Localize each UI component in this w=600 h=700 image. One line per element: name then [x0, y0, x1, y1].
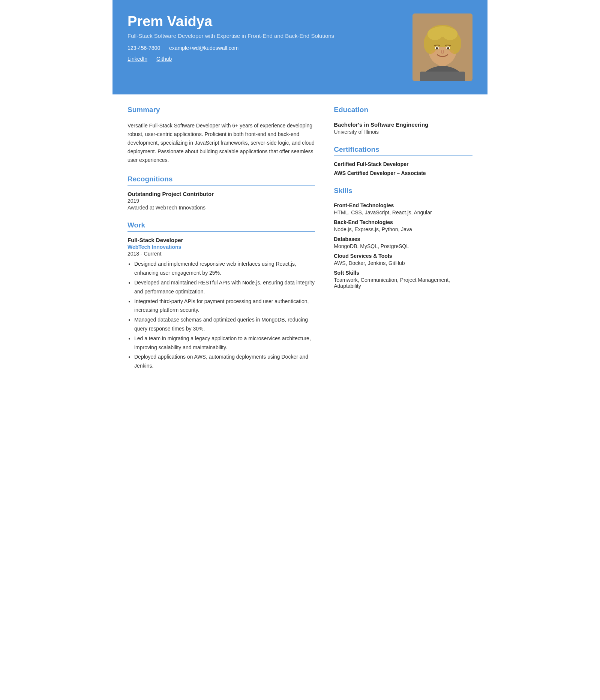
- skill-category-item: Front-End Technologies HTML, CSS, JavaSc…: [334, 202, 472, 215]
- right-column: Education Bachelor's in Software Enginee…: [334, 106, 472, 381]
- work-bullets-list: Designed and implemented responsive web …: [128, 260, 315, 371]
- skill-category-item: Soft Skills Teamwork, Communication, Pro…: [334, 270, 472, 289]
- certifications-section: Certifications Certified Full-Stack Deve…: [334, 145, 472, 176]
- skills-section: Skills Front-End Technologies HTML, CSS,…: [334, 187, 472, 289]
- certifications-list: Certified Full-Stack DeveloperAWS Certif…: [334, 161, 472, 176]
- svg-point-13: [447, 47, 449, 49]
- skill-category-name: Soft Skills: [334, 270, 472, 276]
- svg-point-9: [431, 26, 454, 37]
- recognition-title: Outstanding Project Contributor: [128, 191, 315, 197]
- certifications-title: Certifications: [334, 145, 472, 156]
- skill-category-items: MongoDB, MySQL, PostgreSQL: [334, 243, 472, 249]
- body: Summary Versatile Full-Stack Software De…: [112, 94, 488, 392]
- svg-point-12: [436, 47, 438, 49]
- left-column: Summary Versatile Full-Stack Software De…: [128, 106, 315, 381]
- work-bullet: Managed database schemas and optimized q…: [134, 316, 315, 334]
- work-dates: 2018 - Current: [128, 251, 315, 257]
- certification-item: AWS Certified Developer – Associate: [334, 170, 472, 176]
- header-links: LinkedIn Github: [128, 55, 401, 62]
- work-company: WebTech Innovations: [128, 244, 315, 250]
- skill-category-items: AWS, Docker, Jenkins, GitHub: [334, 260, 472, 266]
- profile-photo: [412, 13, 472, 81]
- education-item: Bachelor's in Software Engineering Unive…: [334, 121, 472, 135]
- skill-category-items: Node.js, Express.js, Python, Java: [334, 226, 472, 232]
- github-link[interactable]: Github: [156, 56, 172, 62]
- education-title: Education: [334, 106, 472, 116]
- work-item: Full-Stack Developer WebTech Innovations…: [128, 237, 315, 371]
- recognition-year: 2019: [128, 198, 315, 204]
- skill-category-item: Cloud Services & Tools AWS, Docker, Jenk…: [334, 253, 472, 266]
- header-left: Prem Vaidya Full-Stack Software Develope…: [128, 13, 401, 62]
- certification-item: Certified Full-Stack Developer: [334, 161, 472, 167]
- header-phone: 123-456-7800: [128, 45, 160, 51]
- work-title: Work: [128, 221, 315, 232]
- skill-category-items: HTML, CSS, JavaScript, React.js, Angular: [334, 209, 472, 215]
- skill-category-name: Databases: [334, 236, 472, 242]
- recognitions-list: Outstanding Project Contributor 2019 Awa…: [128, 191, 315, 211]
- summary-title: Summary: [128, 106, 315, 116]
- work-list: Full-Stack Developer WebTech Innovations…: [128, 237, 315, 371]
- skill-category-name: Cloud Services & Tools: [334, 253, 472, 259]
- header-name: Prem Vaidya: [128, 13, 401, 30]
- skill-category-item: Back-End Technologies Node.js, Express.j…: [334, 219, 472, 232]
- linkedin-link[interactable]: LinkedIn: [128, 56, 147, 62]
- skills-title: Skills: [334, 187, 472, 197]
- skill-category-items: Teamwork, Communication, Project Managem…: [334, 277, 472, 289]
- skill-category-item: Databases MongoDB, MySQL, PostgreSQL: [334, 236, 472, 249]
- work-bullet: Led a team in migrating a legacy applica…: [134, 334, 315, 352]
- skill-category-name: Back-End Technologies: [334, 219, 472, 225]
- recognitions-title: Recognitions: [128, 175, 315, 185]
- header-email: example+wd@kudoswall.com: [169, 45, 238, 51]
- header: Prem Vaidya Full-Stack Software Develope…: [112, 0, 488, 94]
- summary-section: Summary Versatile Full-Stack Software De…: [128, 106, 315, 165]
- edu-school: University of Illinois: [334, 129, 472, 135]
- skill-category-name: Front-End Technologies: [334, 202, 472, 208]
- work-section: Work Full-Stack Developer WebTech Innova…: [128, 221, 315, 371]
- work-role: Full-Stack Developer: [128, 237, 315, 243]
- education-list: Bachelor's in Software Engineering Unive…: [334, 121, 472, 135]
- summary-body: Versatile Full-Stack Software Developer …: [128, 121, 315, 165]
- edu-degree: Bachelor's in Software Engineering: [334, 121, 472, 128]
- skills-list: Front-End Technologies HTML, CSS, JavaSc…: [334, 202, 472, 289]
- header-contact: 123-456-7800 example+wd@kudoswall.com: [128, 45, 401, 51]
- work-bullet: Developed and maintained RESTful APIs wi…: [134, 278, 315, 296]
- work-bullet: Deployed applications on AWS, automating…: [134, 353, 315, 371]
- education-section: Education Bachelor's in Software Enginee…: [334, 106, 472, 135]
- svg-point-14: [430, 50, 436, 54]
- svg-rect-16: [420, 72, 465, 81]
- work-bullet: Designed and implemented responsive web …: [134, 260, 315, 278]
- work-bullet: Integrated third-party APIs for payment …: [134, 297, 315, 315]
- recognitions-section: Recognitions Outstanding Project Contrib…: [128, 175, 315, 211]
- recognition-detail: Awarded at WebTech Innovations: [128, 205, 315, 211]
- svg-point-15: [448, 50, 454, 54]
- header-tagline: Full-Stack Software Developer with Exper…: [128, 33, 401, 39]
- recognition-item: Outstanding Project Contributor 2019 Awa…: [128, 191, 315, 211]
